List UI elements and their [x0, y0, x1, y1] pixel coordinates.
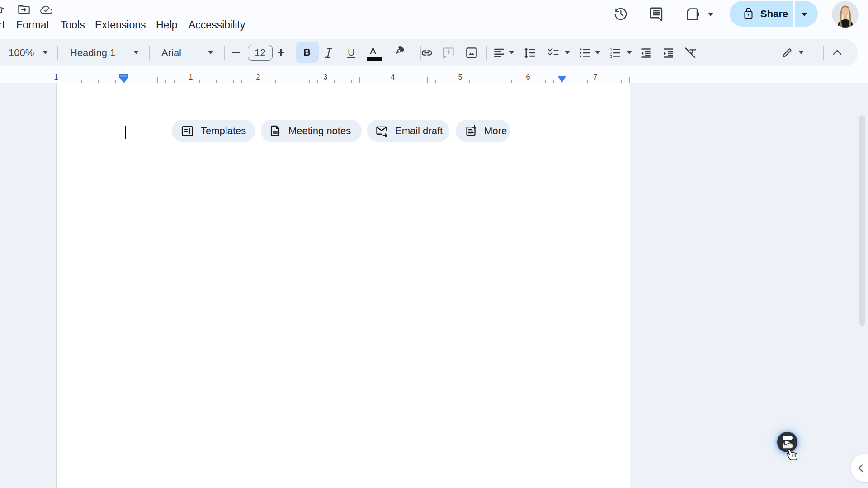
svg-text:3: 3	[610, 54, 612, 59]
